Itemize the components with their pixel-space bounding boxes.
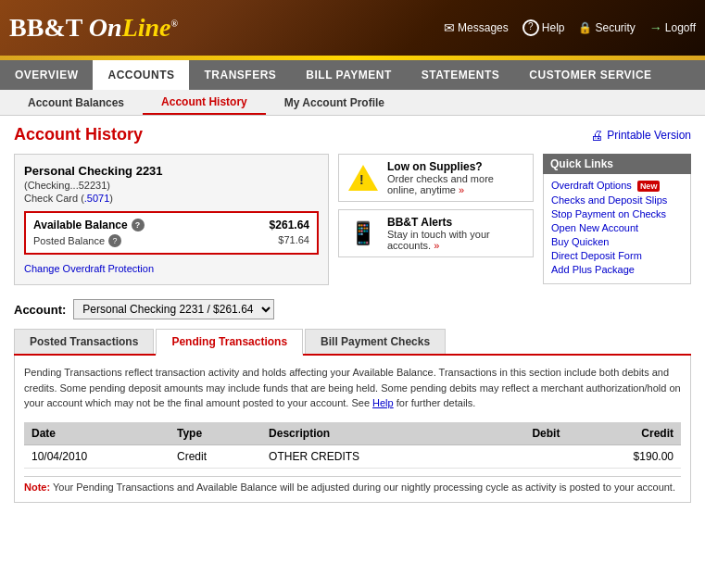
table-header-row: Date Type Description Debit Credit (24, 422, 681, 445)
pending-info: Pending Transactions reflect transaction… (24, 365, 681, 411)
account-section: Personal Checking 2231 (Checking...52231… (14, 154, 691, 285)
account-selector-dropdown[interactable]: Personal Checking 2231 / $261.64 (73, 299, 274, 319)
col-credit: Credit (567, 422, 681, 445)
help-link[interactable]: Help (522, 19, 565, 36)
account-box: Personal Checking 2231 (Checking...52231… (14, 154, 329, 285)
available-balance-row: Available Balance ? $261.64 (33, 219, 309, 231)
account-selector: Account: Personal Checking 2231 / $261.6… (14, 299, 691, 319)
available-help-icon[interactable]: ? (132, 219, 145, 231)
balance-box: Available Balance ? $261.64 Posted Balan… (24, 211, 319, 255)
printable-label: Printable Version (607, 129, 691, 142)
quick-links: Quick Links Overdraft Options New Checks… (543, 154, 691, 285)
quick-links-header: Quick Links (543, 154, 691, 174)
messages-label: Messages (458, 21, 509, 34)
lock-icon (578, 21, 592, 34)
printable-link[interactable]: Printable Version (590, 128, 691, 143)
page-title-row: Account History Printable Version (14, 125, 691, 144)
print-icon (590, 128, 603, 143)
promo-alerts: 📱 BB&T Alerts Stay in touch with your ac… (338, 209, 534, 257)
security-link[interactable]: Security (578, 21, 635, 34)
page-content: Account History Printable Version Person… (0, 116, 705, 512)
alerts-link[interactable]: » (434, 240, 439, 251)
supplies-desc: Order checks and more online, anytime » (387, 173, 494, 195)
cell-description: OTHER CREDITS (261, 444, 479, 468)
cell-type: Credit (170, 444, 261, 468)
available-balance-label: Available Balance (33, 219, 128, 231)
tab-posted[interactable]: Posted Transactions (14, 329, 154, 354)
posted-balance-row: Posted Balance ? $71.64 (33, 234, 309, 247)
posted-balance-value: $71.64 (278, 234, 309, 247)
cell-debit (479, 444, 567, 468)
supplies-link[interactable]: » (459, 184, 464, 195)
ql-open-account[interactable]: Open New Account (551, 222, 683, 233)
nav-overview[interactable]: OVERVIEW (0, 60, 93, 90)
ql-overdraft[interactable]: Overdraft Options New (551, 180, 683, 192)
ql-direct-deposit[interactable]: Direct Deposit Form (551, 250, 683, 261)
logoff-icon (649, 20, 662, 35)
quick-links-body: Overdraft Options New Checks and Deposit… (543, 174, 691, 284)
header: BB&T OnLine® Messages Help Security Logo… (0, 0, 705, 56)
check-card-row: Check Card (.5071) (24, 193, 319, 204)
alerts-icon-area: 📱 (346, 217, 380, 250)
tab-content: Pending Transactions reflect transaction… (14, 356, 691, 503)
alerts-text: BB&T Alerts Stay in touch with your acco… (387, 216, 525, 251)
sub-nav-balances[interactable]: Account Balances (9, 90, 143, 115)
ql-buy-quicken[interactable]: Buy Quicken (551, 236, 683, 247)
col-debit: Debit (479, 422, 567, 445)
note-text: Your Pending Transactions and Available … (53, 482, 675, 493)
account-selector-label: Account: (14, 303, 66, 317)
main-nav: OVERVIEW ACCOUNTS TRANSFERS BILL PAYMENT… (0, 60, 705, 90)
logoff-label: Logoff (665, 21, 696, 34)
cell-date: 10/04/2010 (24, 444, 170, 468)
envelope-icon (444, 20, 455, 35)
supplies-text: Low on Supplies? Order checks and more o… (387, 160, 525, 195)
col-date: Date (24, 422, 170, 445)
alerts-desc: Stay in touch with your accounts. » (387, 229, 490, 251)
ql-plus-package[interactable]: Add Plus Package (551, 264, 683, 275)
overdraft-link[interactable]: Change Overdraft Protection (24, 263, 154, 274)
logo-text: BB&T OnLine® (9, 13, 178, 43)
sub-nav: Account Balances Account History My Acco… (0, 90, 705, 116)
help-icon (522, 19, 539, 36)
phone-icon: 📱 (349, 220, 377, 246)
nav-customer-service[interactable]: CUSTOMER SERVICE (514, 60, 666, 90)
tabs: Posted Transactions Pending Transactions… (14, 329, 691, 356)
nav-statements[interactable]: STATEMENTS (407, 60, 515, 90)
messages-link[interactable]: Messages (444, 20, 509, 35)
promo-supplies: Low on Supplies? Order checks and more o… (338, 154, 534, 202)
promo-boxes: Low on Supplies? Order checks and more o… (338, 154, 534, 285)
posted-help-icon[interactable]: ? (108, 234, 121, 247)
table-row: 10/04/2010 Credit OTHER CREDITS $190.00 (24, 444, 681, 468)
security-label: Security (595, 21, 635, 34)
help-link-inline[interactable]: Help (372, 397, 394, 408)
account-name: Personal Checking 2231 (24, 164, 319, 178)
supplies-icon (346, 161, 380, 194)
nav-bill-payment[interactable]: BILL PAYMENT (291, 60, 406, 90)
supplies-title: Low on Supplies? (387, 160, 483, 173)
transactions-table: Date Type Description Debit Credit 10/04… (24, 422, 681, 469)
logo-area: BB&T OnLine® (9, 13, 178, 43)
check-card-link[interactable]: .5071 (84, 193, 110, 204)
nav-accounts[interactable]: ACCOUNTS (93, 60, 189, 90)
available-balance-value: $261.64 (270, 219, 309, 231)
header-nav: Messages Help Security Logoff (444, 19, 696, 36)
col-description: Description (261, 422, 479, 445)
nav-transfers[interactable]: TRANSFERS (189, 60, 291, 90)
posted-balance-label: Posted Balance (33, 235, 105, 246)
ql-checks[interactable]: Checks and Deposit Slips (551, 194, 683, 206)
tab-bill-payment[interactable]: Bill Payment Checks (305, 329, 446, 354)
tab-pending[interactable]: Pending Transactions (156, 329, 303, 356)
alerts-title: BB&T Alerts (387, 216, 452, 229)
logoff-link[interactable]: Logoff (649, 20, 696, 35)
new-badge: New (637, 181, 661, 192)
col-type: Type (170, 422, 261, 445)
help-label: Help (542, 21, 565, 34)
note: Note: Your Pending Transactions and Avai… (24, 476, 681, 493)
sub-nav-history[interactable]: Account History (143, 90, 266, 115)
cell-credit: $190.00 (567, 444, 681, 468)
sub-nav-profile[interactable]: My Account Profile (266, 90, 403, 115)
page-title: Account History (14, 125, 143, 144)
ql-stop-payment[interactable]: Stop Payment on Checks (551, 208, 683, 219)
account-subname: (Checking...52231) (24, 180, 319, 191)
